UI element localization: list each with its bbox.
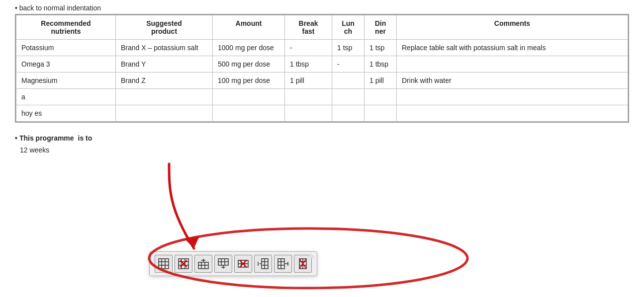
cell-lunch [332, 89, 365, 105]
cell-amount [213, 105, 285, 122]
cell-dinner: 1 pill [365, 73, 397, 89]
cell-lunch [332, 105, 365, 122]
cell-comments: Replace table salt with potassium salt i… [397, 40, 628, 56]
insert-col-after-icon[interactable] [274, 255, 292, 273]
header-suggested: Suggestedproduct [116, 15, 213, 40]
nutrients-table: Recommendednutrients Suggestedproduct Am… [16, 15, 628, 122]
cell-dinner: 1 tsp [365, 40, 397, 56]
programme-text-cont: is to [78, 134, 92, 142]
cell-dinner [365, 89, 397, 105]
cell-breakfast: 1 tbsp [285, 56, 332, 73]
cell-suggested [116, 105, 213, 122]
table-insert-icon[interactable] [155, 255, 173, 273]
programme-text-main: This programme [19, 134, 74, 142]
cell-lunch: 1 tsp [332, 40, 365, 56]
insert-row-below-icon[interactable] [214, 255, 232, 273]
back-link: back to normal indentation [15, 0, 629, 14]
header-breakfast: Breakfast [285, 15, 332, 40]
cell-breakfast: 1 pill [285, 73, 332, 89]
programme-text: This programme is to [19, 134, 92, 142]
svg-rect-0 [159, 259, 169, 269]
cell-nutrients: Potassium [16, 40, 116, 56]
table-container: Recommendednutrients Suggestedproduct Am… [15, 14, 629, 123]
cell-nutrients: Magnesium [16, 73, 116, 89]
toolbar-cursor [307, 253, 315, 258]
below-table: • This programme is to 12 weeks [15, 128, 629, 159]
insert-row-above-icon[interactable] [194, 255, 212, 273]
header-dinner: Dinner [365, 15, 397, 40]
cell-nutrients: hoy es [16, 105, 116, 122]
table-delete-icon[interactable] [175, 255, 192, 273]
cell-breakfast: - [285, 40, 332, 56]
cell-suggested: Brand Z [116, 73, 213, 89]
cell-dinner: 1 tbsp [365, 56, 397, 73]
cell-breakfast [285, 89, 332, 105]
cell-amount: 100 mg per dose [213, 73, 285, 89]
table-row: PotassiumBrand X – potassium salt1000 mg… [16, 40, 628, 56]
table-row: Omega 3Brand Y500 mg per dose1 tbsp-1 tb… [16, 56, 628, 73]
cell-comments [397, 56, 628, 73]
cell-amount: 500 mg per dose [213, 56, 285, 73]
cell-lunch [332, 73, 365, 89]
header-amount: Amount [213, 15, 285, 40]
cell-amount: 1000 mg per dose [213, 40, 285, 56]
delete-row-icon[interactable] [234, 255, 252, 273]
bullet-symbol: • [15, 134, 17, 142]
bullet-line: • This programme is to [15, 131, 629, 144]
cell-comments [397, 105, 628, 122]
header-lunch: Lunch [332, 15, 365, 40]
cell-nutrients: a [16, 89, 116, 105]
page-wrapper: back to normal indentation Recommendednu… [0, 0, 644, 297]
table-row: hoy es [16, 105, 628, 122]
table-header-row: Recommendednutrients Suggestedproduct Am… [16, 15, 628, 40]
svg-marker-49 [184, 236, 201, 250]
cell-suggested [116, 89, 213, 105]
cell-dinner [365, 105, 397, 122]
table-row: MagnesiumBrand Z100 mg per dose1 pill1 p… [16, 73, 628, 89]
table-row: a [16, 89, 628, 105]
header-comments: Comments [397, 15, 628, 40]
cell-lunch: - [332, 56, 365, 73]
cell-breakfast [285, 105, 332, 122]
cell-amount [213, 89, 285, 105]
weeks-line: 12 weeks [15, 144, 629, 157]
insert-col-before-icon[interactable] [254, 255, 272, 273]
back-link-text: back to normal indentation [19, 4, 101, 12]
cell-comments [397, 89, 628, 105]
table-toolbar [149, 251, 317, 276]
cell-suggested: Brand Y [116, 56, 213, 73]
cell-nutrients: Omega 3 [16, 56, 116, 73]
header-nutrients: Recommendednutrients [16, 15, 116, 40]
cell-comments: Drink with water [397, 73, 628, 89]
cell-suggested: Brand X – potassium salt [116, 40, 213, 56]
